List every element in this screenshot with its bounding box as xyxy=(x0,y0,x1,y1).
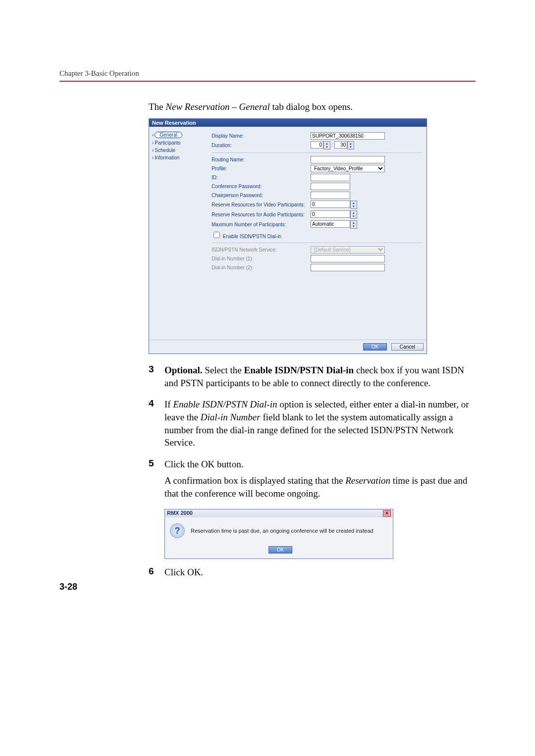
step5-p2i: Reservation xyxy=(345,475,390,486)
dialin1-field xyxy=(311,255,385,262)
duration-sep: : xyxy=(332,142,333,148)
step6-text: Click OK. xyxy=(164,566,203,579)
step-number: 6 xyxy=(149,566,164,583)
dialog-navigation: ›General ›Participants ›Schedule ›Inform… xyxy=(149,127,210,340)
lead-italic: New Reservation – General xyxy=(165,101,270,112)
question-icon: ? xyxy=(170,523,185,538)
duration-minutes-field[interactable] xyxy=(334,141,347,149)
spinner-icon[interactable]: ▴▾ xyxy=(350,210,357,219)
step3-enable: Enable ISDN/PSTN Dial-in xyxy=(244,365,354,375)
spinner-icon[interactable]: ▴▾ xyxy=(350,220,357,229)
confirmation-dialog: RMX 2000 × ? Reservation time is past du… xyxy=(164,509,393,559)
label-max-participants: Maximum Number of Participants: xyxy=(212,222,311,227)
header-rule xyxy=(59,81,476,82)
page-number: 3-28 xyxy=(59,582,77,592)
label-id: ID: xyxy=(212,175,311,180)
ok-button[interactable]: OK xyxy=(363,343,387,351)
id-field[interactable] xyxy=(311,174,350,181)
isdn-service-select: [Default Service] xyxy=(311,246,385,253)
profile-select[interactable]: Factory_Video_Profile xyxy=(311,165,385,172)
nav-general-label: General xyxy=(155,132,182,138)
label-isdn-service: ISDN/PSTN Network Service: xyxy=(212,247,311,252)
step4-t1: If xyxy=(164,399,173,409)
step-4: 4 If Enable ISDN/PSTN Dial-in option is … xyxy=(149,398,476,453)
chapter-header: Chapter 3-Basic Operation xyxy=(59,69,476,78)
lead-post: tab dialog box opens. xyxy=(270,101,353,112)
confirm-title: RMX 2000 xyxy=(167,510,193,517)
steps-list: 3 Optional. Select the Enable ISDN/PSTN … xyxy=(149,364,476,504)
separator xyxy=(212,152,422,153)
label-dialin1: Dial-in Number (1): xyxy=(212,256,311,261)
label-enable-isdn: Enable ISDN/PSTN Dial-in xyxy=(223,234,281,239)
max-participants-field[interactable] xyxy=(311,220,350,228)
step5-p2a: A confirmation box is displayed stating … xyxy=(164,475,345,486)
reserve-audio-field[interactable] xyxy=(311,210,350,218)
label-reserve-audio: Reserve Resources for Audio Participants… xyxy=(212,212,311,217)
label-conf-password: Conference Password: xyxy=(212,184,311,189)
display-name-field[interactable] xyxy=(311,132,385,140)
spinner-icon[interactable]: ▴▾ xyxy=(350,201,357,209)
nav-information[interactable]: ›Information xyxy=(152,154,207,161)
dialog-form: Display Name: Duration: ▴▾ : ▴▾ Routing xyxy=(210,127,427,340)
chevron-right-icon: › xyxy=(152,148,154,153)
confirm-ok-button[interactable]: OK xyxy=(268,546,292,554)
confirm-message: Reservation time is past due, an ongoing… xyxy=(191,528,374,534)
step-3: 3 Optional. Select the Enable ISDN/PSTN … xyxy=(149,364,476,393)
chevron-right-icon: › xyxy=(152,140,154,146)
nav-schedule-label: Schedule xyxy=(155,148,175,153)
step3-optional: Optional. xyxy=(164,365,203,375)
routing-name-field[interactable] xyxy=(311,156,385,163)
nav-information-label: Information xyxy=(155,155,179,160)
step-number: 5 xyxy=(149,458,164,504)
label-display-name: Display Name: xyxy=(212,133,311,139)
lead-pre: The xyxy=(149,101,165,112)
chevron-right-icon: › xyxy=(152,132,154,138)
dialin2-field xyxy=(311,264,385,271)
spinner-icon[interactable]: ▴▾ xyxy=(323,141,330,150)
step5-p1: Click the OK button. xyxy=(164,458,476,471)
reserve-video-field[interactable] xyxy=(311,201,350,208)
step-number: 3 xyxy=(149,364,164,393)
new-reservation-dialog: New Reservation ›General ›Participants ›… xyxy=(149,118,427,354)
label-routing-name: Routing Name: xyxy=(212,157,311,162)
step-6: 6 Click OK. xyxy=(149,566,476,583)
step-5: 5 Click the OK button. A confirmation bo… xyxy=(149,458,476,504)
duration-hours-field[interactable] xyxy=(311,141,323,149)
conf-password-field[interactable] xyxy=(311,183,350,190)
close-icon[interactable]: × xyxy=(383,510,391,517)
label-chair-password: Chairperson Password: xyxy=(212,193,311,198)
chevron-right-icon: › xyxy=(152,155,154,160)
cancel-button[interactable]: Cancel xyxy=(391,343,424,351)
chair-password-field[interactable] xyxy=(311,192,350,199)
step3-mid: Select the xyxy=(203,365,244,375)
label-reserve-video: Reserve Resources for Video Participants… xyxy=(212,202,311,207)
enable-isdn-checkbox[interactable] xyxy=(214,232,220,238)
nav-participants-label: Participants xyxy=(155,140,180,146)
label-profile: Profile: xyxy=(212,166,311,171)
nav-general[interactable]: ›General xyxy=(152,131,207,139)
separator xyxy=(212,243,422,243)
lead-paragraph: The New Reservation – General tab dialog… xyxy=(149,101,476,112)
step4-i2: Dial-in Number xyxy=(201,412,261,422)
dialog-titlebar: New Reservation xyxy=(149,119,427,127)
step4-i1: Enable ISDN/PSTN Dial-in xyxy=(173,399,277,409)
step-number: 4 xyxy=(149,398,164,453)
spinner-icon[interactable]: ▴▾ xyxy=(347,141,354,150)
label-duration: Duration: xyxy=(212,143,311,148)
nav-participants[interactable]: ›Participants xyxy=(152,139,207,147)
label-dialin2: Dial-in Number (2): xyxy=(212,265,311,270)
nav-schedule[interactable]: ›Schedule xyxy=(152,147,207,154)
dialog-footer: OK Cancel xyxy=(149,340,427,353)
